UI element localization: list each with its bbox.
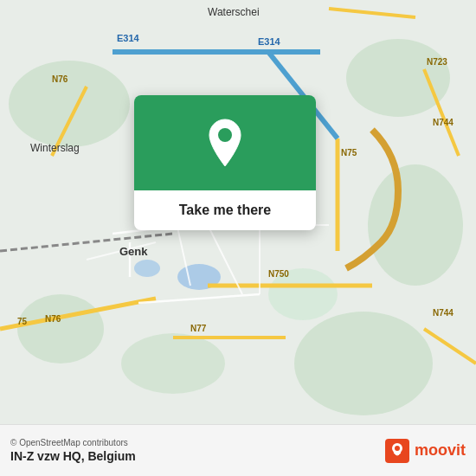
svg-point-1 bbox=[9, 61, 130, 147]
osm-attribution: © OpenStreetMap contributors bbox=[10, 438, 136, 447]
svg-text:N750: N750 bbox=[268, 269, 289, 279]
svg-point-4 bbox=[294, 312, 433, 415]
svg-text:E314: E314 bbox=[117, 33, 140, 43]
location-country: Belgium bbox=[87, 449, 135, 463]
svg-point-3 bbox=[368, 164, 463, 286]
svg-text:E314: E314 bbox=[258, 36, 281, 47]
location-popup: Take me there bbox=[134, 95, 316, 230]
popup-header bbox=[134, 95, 316, 190]
svg-point-6 bbox=[121, 333, 225, 394]
moovit-label: moovit bbox=[415, 441, 466, 460]
svg-text:Winterslag: Winterslag bbox=[30, 142, 80, 154]
svg-point-2 bbox=[346, 39, 450, 117]
popup-body: Take me there bbox=[134, 190, 316, 230]
map-view: E314 E314 N76 N75 N723 N744 N744 N750 N7… bbox=[0, 0, 476, 424]
svg-text:N744: N744 bbox=[433, 118, 453, 127]
svg-text:Waterschei: Waterschei bbox=[208, 6, 260, 18]
svg-text:N75: N75 bbox=[341, 148, 357, 158]
footer-bar: © OpenStreetMap contributors IN-Z vzw HQ… bbox=[0, 424, 476, 476]
location-name: IN-Z vzw HQ bbox=[10, 449, 81, 463]
svg-text:N76: N76 bbox=[52, 74, 68, 84]
footer-info: © OpenStreetMap contributors IN-Z vzw HQ… bbox=[10, 438, 136, 463]
svg-text:N77: N77 bbox=[190, 324, 207, 333]
svg-point-9 bbox=[134, 260, 160, 277]
svg-text:75: 75 bbox=[17, 317, 28, 326]
location-title: IN-Z vzw HQ, Belgium bbox=[10, 449, 136, 463]
moovit-icon bbox=[385, 439, 409, 463]
location-pin-icon bbox=[204, 118, 246, 168]
svg-text:Genk: Genk bbox=[119, 245, 148, 258]
svg-text:N744: N744 bbox=[433, 308, 453, 318]
svg-text:N723: N723 bbox=[427, 57, 447, 67]
svg-point-5 bbox=[17, 294, 104, 363]
svg-text:N76: N76 bbox=[45, 314, 61, 324]
svg-point-46 bbox=[395, 446, 400, 451]
take-me-there-button[interactable]: Take me there bbox=[179, 203, 271, 218]
svg-point-43 bbox=[218, 128, 232, 142]
moovit-branding: moovit bbox=[385, 439, 466, 463]
